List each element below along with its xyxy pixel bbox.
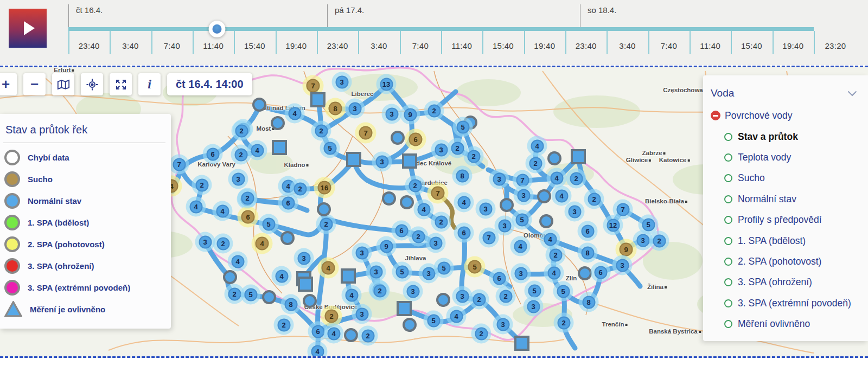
fullscreen-button[interactable]	[110, 73, 132, 95]
normal-cluster-marker[interactable]: 3	[195, 232, 215, 252]
layer-item-3-spa-extr-mn-povode-[interactable]: 3. SPA (extrémní povodeň)	[711, 293, 868, 313]
station-marker[interactable]	[280, 231, 295, 245]
info-button[interactable]: i	[138, 73, 161, 95]
normal-cluster-marker[interactable]: 2	[358, 326, 378, 346]
normal-cluster-marker[interactable]: 2	[424, 101, 444, 121]
normal-cluster-marker[interactable]: 7	[479, 228, 499, 248]
normal-cluster-marker[interactable]: 3	[332, 72, 352, 92]
normal-cluster-marker[interactable]: 2	[526, 153, 546, 174]
normal-cluster-marker[interactable]: 4	[454, 193, 474, 213]
normal-cluster-marker[interactable]: 8	[579, 292, 599, 312]
normal-cluster-marker[interactable]: 3	[612, 255, 633, 275]
station-marker[interactable]	[317, 202, 331, 216]
normal-cluster-marker[interactable]: 3	[426, 233, 446, 253]
normal-cluster-marker[interactable]: 2	[316, 214, 336, 234]
map-canvas[interactable]: ErfurtÚstí nad LabemMostKarlovy VaryKlad…	[0, 66, 868, 358]
normal-cluster-marker[interactable]: 3	[382, 104, 402, 124]
normal-cluster-marker[interactable]: 4	[308, 342, 328, 358]
station-marker[interactable]	[382, 191, 396, 206]
station-marker[interactable]	[391, 131, 405, 145]
normal-cluster-marker[interactable]: 3	[431, 140, 451, 160]
normal-cluster-marker[interactable]: 2	[431, 212, 451, 232]
normal-cluster-marker[interactable]: 3	[514, 185, 534, 206]
normal-cluster-marker[interactable]: 4	[510, 236, 531, 256]
chevron-down-icon[interactable]	[847, 91, 857, 97]
minus-circle-icon[interactable]	[711, 111, 720, 120]
station-marker[interactable]	[400, 195, 414, 209]
normal-cluster-marker[interactable]: 6	[203, 144, 223, 164]
normal-cluster-marker[interactable]: 3	[352, 243, 372, 263]
layer-item-2-spa-pohotovost-[interactable]: 2. SPA (pohotovost)	[711, 251, 868, 272]
layer-item-teplota-vody[interactable]: Teplota vody	[711, 147, 868, 168]
drought-cluster-marker[interactable]: 6	[238, 207, 259, 228]
normal-cluster-marker[interactable]: 2	[192, 175, 212, 195]
normal-cluster-marker[interactable]: 4	[414, 200, 434, 220]
reservoir-square-marker[interactable]	[514, 336, 529, 351]
station-marker[interactable]	[303, 294, 317, 308]
drought-cluster-marker[interactable]: 16	[314, 177, 335, 198]
radio-ring-icon[interactable]	[724, 320, 732, 328]
normal-cluster-marker[interactable]: 3	[294, 248, 314, 268]
normal-cluster-marker[interactable]: 8	[578, 243, 598, 263]
reservoir-square-marker[interactable]	[397, 301, 412, 316]
normal-cluster-marker[interactable]: 8	[281, 294, 301, 315]
normal-cluster-marker[interactable]: 4	[342, 285, 362, 305]
reservoir-square-marker[interactable]	[571, 149, 586, 164]
normal-cluster-marker[interactable]: 5	[320, 138, 340, 158]
normal-cluster-marker[interactable]: 8	[452, 166, 473, 186]
radio-ring-icon[interactable]	[724, 299, 732, 307]
station-marker[interactable]	[547, 151, 561, 165]
layer-item-profily-s-p-edpov-d-[interactable]: Profily s předpovědí	[711, 210, 868, 230]
reservoir-square-marker[interactable]	[341, 268, 356, 284]
normal-cluster-marker[interactable]: 4	[285, 104, 305, 124]
station-marker[interactable]	[539, 214, 553, 228]
drought-cluster-marker[interactable]: 6	[405, 129, 426, 150]
layer-item-1-spa-bd-lost-[interactable]: 1. SPA (bdělost)	[711, 230, 868, 251]
normal-cluster-marker[interactable]: 12	[603, 215, 623, 235]
station-marker[interactable]	[252, 98, 266, 112]
normal-cluster-marker[interactable]: 3	[524, 297, 544, 317]
drought-cluster-marker[interactable]: 4	[318, 258, 339, 279]
normal-cluster-marker[interactable]: 4	[552, 186, 572, 206]
locate-button[interactable]	[81, 73, 103, 95]
timeline-slider-handle[interactable]	[209, 21, 226, 37]
normal-cluster-marker[interactable]: 3	[228, 169, 248, 189]
normal-cluster-marker[interactable]: 3	[345, 99, 365, 119]
normal-cluster-marker[interactable]: 2	[405, 176, 425, 196]
radio-ring-icon[interactable]	[724, 174, 732, 182]
normal-cluster-marker[interactable]: 4	[544, 263, 564, 283]
normal-cluster-marker[interactable]: 5	[392, 262, 412, 282]
layer-item-stav-a-pr-tok[interactable]: Stav a průtok	[711, 126, 868, 147]
normal-cluster-marker[interactable]: 2	[238, 188, 258, 208]
radio-ring-icon[interactable]	[724, 195, 732, 203]
normal-cluster-marker[interactable]: 4	[272, 266, 292, 286]
normal-cluster-marker[interactable]: 3	[565, 202, 585, 222]
normal-cluster-marker[interactable]: 4	[446, 306, 467, 326]
map-layers-button[interactable]	[52, 73, 74, 95]
radio-ring-icon[interactable]	[724, 237, 732, 245]
normal-cluster-marker[interactable]: 3	[403, 281, 423, 301]
normal-cluster-marker[interactable]: 3	[366, 262, 386, 282]
station-marker[interactable]	[344, 328, 358, 342]
drought-cluster-marker[interactable]: 7	[355, 123, 376, 144]
station-marker[interactable]	[537, 189, 551, 203]
layer-item-sucho[interactable]: Sucho	[711, 168, 868, 189]
timeline-track[interactable]	[68, 27, 814, 31]
drought-cluster-marker[interactable]: 7	[427, 183, 449, 204]
layer-item-norm-ln-stav[interactable]: Normální stav	[711, 189, 868, 209]
drought-cluster-marker[interactable]: 4	[252, 233, 273, 254]
normal-cluster-marker[interactable]: 5	[259, 214, 279, 234]
normal-cluster-marker[interactable]: 3	[352, 304, 372, 324]
normal-cluster-marker[interactable]: 2	[471, 324, 492, 344]
normal-cluster-marker[interactable]: 6	[489, 268, 509, 288]
normal-cluster-marker[interactable]: 6	[578, 221, 598, 241]
normal-cluster-marker[interactable]: 5	[424, 311, 444, 331]
radio-ring-icon[interactable]	[724, 258, 732, 266]
normal-cluster-marker[interactable]: 5	[453, 117, 473, 137]
normal-cluster-marker[interactable]: 4	[547, 168, 567, 188]
station-marker[interactable]	[271, 116, 285, 130]
normal-cluster-marker[interactable]: 2	[231, 145, 251, 165]
station-marker[interactable]	[578, 266, 592, 280]
drought-cluster-marker[interactable]: 8	[325, 98, 346, 119]
normal-cluster-marker[interactable]: 2	[584, 189, 604, 209]
